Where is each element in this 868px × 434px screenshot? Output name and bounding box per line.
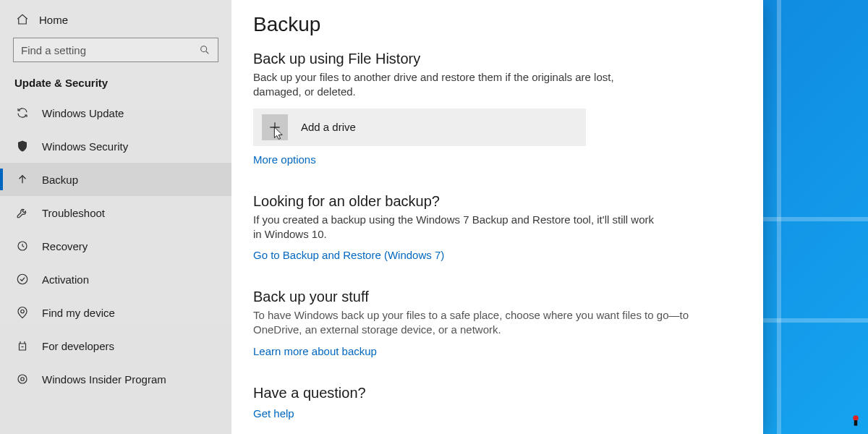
sidebar-item-windows-security[interactable]: Windows Security: [0, 129, 231, 163]
svg-point-0: [201, 46, 207, 52]
backup-stuff-section: Back up your stuff To have Windows back …: [253, 289, 741, 372]
older-backup-heading: Looking for an older backup?: [253, 193, 741, 210]
sidebar-item-label: Windows Insider Program: [42, 373, 166, 386]
sidebar-item-troubleshoot[interactable]: Troubleshoot: [0, 196, 231, 229]
sidebar-item-label: For developers: [42, 340, 114, 352]
sidebar-item-label: Windows Security: [42, 140, 128, 153]
insider-icon: [16, 373, 29, 386]
sidebar-item-backup[interactable]: Backup: [0, 163, 231, 196]
recovery-icon: [16, 239, 29, 252]
get-help-link[interactable]: Get help: [253, 407, 294, 420]
svg-point-2: [17, 274, 27, 284]
file-history-body: Back up your files to another drive and …: [253, 70, 658, 100]
settings-window: Home Update & Security Windows Update Wi…: [0, 0, 763, 434]
sidebar-item-label: Recovery: [42, 240, 88, 252]
older-backup-body: If you created a backup using the Window…: [253, 213, 658, 242]
sidebar-item-label: Windows Update: [42, 107, 124, 119]
content-pane: Backup Back up using File History Back u…: [231, 0, 763, 434]
home-label: Home: [39, 14, 68, 26]
file-history-heading: Back up using File History: [253, 51, 741, 67]
search-input-wrapper[interactable]: [13, 38, 218, 62]
watermark-icon: [849, 414, 862, 430]
sidebar-item-label: Activation: [42, 273, 89, 286]
sync-icon: [16, 106, 29, 119]
check-circle-icon: [16, 273, 29, 286]
backup-restore-win7-link[interactable]: Go to Backup and Restore (Windows 7): [253, 249, 444, 261]
sidebar-item-windows-update[interactable]: Windows Update: [0, 96, 231, 129]
sidebar-item-activation[interactable]: Activation: [0, 263, 231, 296]
page-title: Backup: [253, 13, 741, 36]
plus-icon: [262, 114, 288, 140]
sidebar: Home Update & Security Windows Update Wi…: [0, 0, 231, 434]
home-icon: [16, 13, 29, 26]
sidebar-item-recovery[interactable]: Recovery: [0, 229, 231, 263]
add-drive-label: Add a drive: [301, 121, 356, 133]
cursor-icon: [272, 126, 282, 139]
home-button[interactable]: Home: [0, 7, 231, 33]
backup-stuff-heading: Back up your stuff: [253, 289, 741, 305]
svg-point-3: [21, 310, 25, 313]
question-section: Have a question? Get help: [253, 385, 741, 434]
search-icon: [199, 44, 210, 56]
more-options-link[interactable]: More options: [253, 153, 316, 166]
learn-more-backup-link[interactable]: Learn more about backup: [253, 345, 377, 357]
file-history-section: Back up using File History Back up your …: [253, 51, 741, 180]
location-icon: [16, 306, 29, 319]
svg-point-5: [21, 378, 25, 381]
older-backup-section: Looking for an older backup? If you crea…: [253, 193, 741, 276]
svg-rect-7: [854, 420, 858, 426]
search-input[interactable]: [21, 44, 199, 56]
sidebar-item-find-my-device[interactable]: Find my device: [0, 296, 231, 329]
svg-point-6: [853, 415, 859, 421]
wrench-icon: [16, 206, 29, 219]
sidebar-item-label: Backup: [42, 174, 78, 186]
shield-icon: [16, 140, 29, 153]
sidebar-item-label: Find my device: [42, 307, 115, 319]
add-drive-button[interactable]: Add a drive: [253, 109, 586, 146]
sidebar-item-insider-program[interactable]: Windows Insider Program: [0, 362, 231, 396]
question-heading: Have a question?: [253, 385, 741, 401]
backup-stuff-body: To have Windows back up your files to a …: [253, 308, 716, 338]
sidebar-category-label: Update & Security: [0, 72, 231, 96]
sidebar-item-label: Troubleshoot: [42, 207, 105, 219]
svg-point-4: [18, 375, 27, 383]
sidebar-item-for-developers[interactable]: For developers: [0, 329, 231, 362]
developer-icon: [16, 339, 29, 352]
backup-arrow-icon: [16, 173, 29, 186]
